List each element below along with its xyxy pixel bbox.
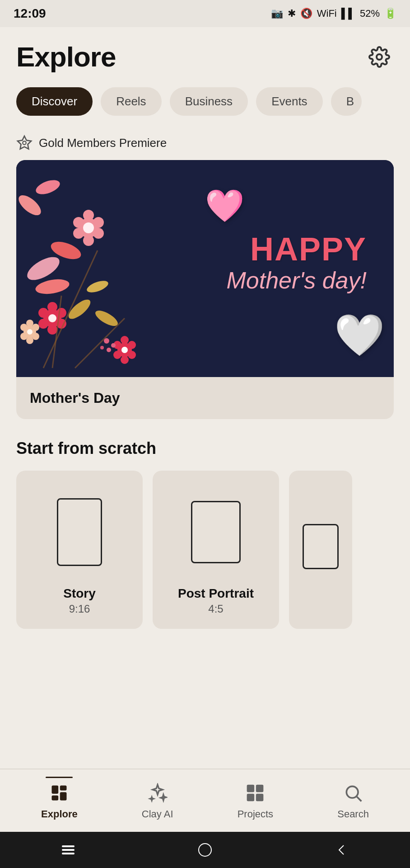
story-card-ratio: 9:16 bbox=[69, 603, 90, 615]
scratch-section-title: Start from scratch bbox=[16, 439, 394, 458]
svg-point-28 bbox=[128, 341, 136, 349]
svg-point-5 bbox=[34, 277, 70, 297]
svg-point-30 bbox=[128, 351, 136, 359]
svg-point-12 bbox=[83, 235, 94, 246]
svg-rect-51 bbox=[60, 786, 67, 791]
svg-point-58 bbox=[346, 786, 358, 798]
status-time: 12:09 bbox=[14, 6, 46, 21]
svg-point-47 bbox=[32, 333, 39, 340]
star-badge-icon bbox=[16, 135, 33, 151]
svg-point-13 bbox=[83, 222, 94, 233]
scratch-cards: Story 9:16 Post Portrait 4:5 bbox=[16, 471, 394, 629]
gold-members-label: Gold Members Premiere bbox=[39, 136, 167, 150]
svg-point-15 bbox=[47, 302, 57, 312]
svg-point-11 bbox=[93, 228, 104, 239]
scratch-card-story[interactable]: Story 9:16 bbox=[16, 471, 143, 629]
status-bar: 12:09 📷 ✱ 🔇 WiFi ▌▌ 52% 🔋 bbox=[0, 0, 410, 27]
tab-discover[interactable]: Discover bbox=[16, 87, 93, 116]
svg-point-45 bbox=[32, 324, 39, 331]
svg-point-63 bbox=[199, 844, 211, 856]
svg-point-46 bbox=[20, 333, 28, 340]
mute-icon: 🔇 bbox=[300, 8, 312, 19]
partial-frame-icon bbox=[303, 489, 339, 604]
partial-frame bbox=[303, 524, 339, 569]
svg-point-18 bbox=[38, 319, 48, 329]
android-back-btn[interactable] bbox=[328, 841, 355, 859]
battery-icon: 🔋 bbox=[384, 8, 396, 19]
wifi-icon: WiFi bbox=[317, 8, 337, 19]
svg-point-26 bbox=[121, 336, 129, 344]
svg-point-2 bbox=[23, 141, 26, 145]
bottom-nav: Explore Clay AI Projects bbox=[0, 769, 410, 832]
svg-rect-54 bbox=[247, 785, 255, 793]
page-title: Explore bbox=[16, 41, 116, 73]
android-home-btn[interactable] bbox=[191, 841, 219, 859]
settings-button[interactable] bbox=[365, 42, 394, 71]
clay-ai-nav-label: Clay AI bbox=[142, 808, 173, 820]
heart-right: 🤍 bbox=[334, 311, 385, 359]
svg-point-20 bbox=[47, 325, 57, 335]
post-portrait-card-name: Post Portrait bbox=[178, 586, 254, 601]
svg-rect-53 bbox=[52, 796, 59, 801]
nav-projects[interactable]: Projects bbox=[228, 777, 282, 825]
svg-point-49 bbox=[27, 329, 33, 335]
signal-icon: ▌▌ bbox=[341, 8, 355, 19]
feature-card[interactable]: 🩷 HAPPY Mother's day! 🤍 Mother's Day bbox=[16, 160, 394, 419]
nav-active-indicator bbox=[46, 777, 73, 778]
battery-percent: 52% bbox=[360, 8, 380, 19]
nav-search[interactable]: Search bbox=[328, 777, 378, 825]
svg-point-24 bbox=[85, 278, 110, 295]
mothers-day-text: Mother's day! bbox=[226, 268, 367, 293]
story-frame-icon bbox=[57, 489, 102, 576]
svg-point-48 bbox=[26, 337, 33, 344]
feature-card-image: 🩷 HAPPY Mother's day! 🤍 bbox=[16, 160, 394, 377]
feature-card-title: Mother's Day bbox=[16, 377, 394, 419]
svg-point-29 bbox=[113, 351, 121, 359]
tab-events[interactable]: Events bbox=[256, 87, 323, 116]
portrait-frame-icon bbox=[191, 489, 241, 576]
svg-point-41 bbox=[100, 346, 104, 349]
svg-point-40 bbox=[107, 348, 111, 352]
scratch-card-partial[interactable] bbox=[289, 471, 352, 629]
svg-point-32 bbox=[121, 347, 128, 353]
scratch-card-post-portrait[interactable]: Post Portrait 4:5 bbox=[153, 471, 279, 629]
tab-reels[interactable]: Reels bbox=[101, 87, 161, 116]
svg-point-44 bbox=[20, 324, 28, 331]
portrait-frame bbox=[191, 501, 241, 563]
svg-rect-62 bbox=[62, 853, 75, 854]
floral-decoration bbox=[16, 160, 174, 377]
svg-rect-61 bbox=[62, 849, 75, 851]
svg-rect-55 bbox=[256, 785, 264, 793]
happy-text: HAPPY bbox=[226, 231, 367, 268]
nav-clay-ai[interactable]: Clay AI bbox=[133, 777, 182, 825]
svg-point-17 bbox=[56, 308, 66, 318]
heart-top: 🩷 bbox=[205, 187, 244, 224]
projects-nav-label: Projects bbox=[238, 808, 273, 820]
tab-business[interactable]: Business bbox=[170, 87, 248, 116]
post-portrait-card-ratio: 4:5 bbox=[208, 603, 223, 615]
story-frame bbox=[57, 498, 102, 566]
svg-point-43 bbox=[26, 320, 33, 327]
svg-point-16 bbox=[38, 308, 48, 318]
svg-point-9 bbox=[93, 217, 104, 228]
search-nav-label: Search bbox=[337, 808, 369, 820]
svg-point-21 bbox=[48, 314, 56, 322]
svg-rect-60 bbox=[62, 845, 75, 847]
search-nav-icon bbox=[341, 781, 365, 805]
explore-nav-icon bbox=[47, 781, 71, 805]
tab-more[interactable]: B bbox=[331, 87, 362, 116]
projects-nav-icon bbox=[243, 781, 267, 805]
svg-rect-52 bbox=[60, 792, 67, 800]
nav-explore[interactable]: Explore bbox=[32, 777, 87, 825]
gold-members-section: Gold Members Premiere bbox=[16, 135, 394, 151]
svg-point-37 bbox=[34, 177, 62, 197]
svg-point-39 bbox=[111, 343, 116, 348]
android-menu-btn[interactable] bbox=[55, 841, 82, 859]
svg-point-7 bbox=[83, 210, 94, 221]
svg-point-10 bbox=[73, 228, 84, 239]
category-tabs: Discover Reels Business Events B bbox=[16, 87, 394, 116]
svg-point-38 bbox=[104, 338, 109, 344]
svg-rect-57 bbox=[256, 794, 264, 802]
svg-rect-56 bbox=[247, 794, 255, 802]
svg-point-8 bbox=[73, 217, 84, 228]
